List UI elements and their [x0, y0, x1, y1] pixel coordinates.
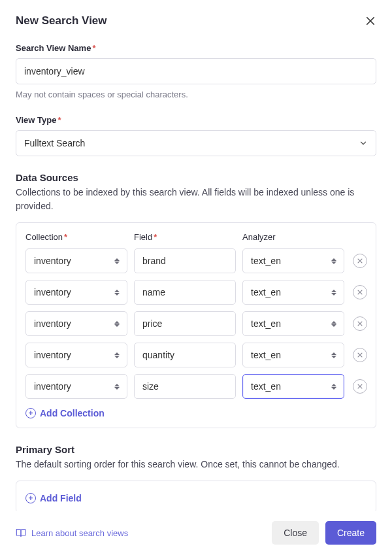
view-type-select[interactable]: Fulltext Search — [16, 130, 376, 156]
collection-value: inventory — [34, 350, 71, 360]
collection-select[interactable]: inventory — [25, 311, 127, 336]
col-header-analyzer: Analyzer — [242, 232, 344, 242]
field-input[interactable] — [134, 280, 236, 305]
sort-icon — [113, 290, 120, 296]
chevron-down-icon — [359, 139, 368, 148]
primary-sort-title: Primary Sort — [16, 444, 376, 455]
sort-icon — [330, 290, 337, 296]
name-input[interactable] — [16, 58, 376, 84]
field-input[interactable] — [134, 311, 236, 336]
analyzer-value: text_en — [251, 287, 281, 297]
col-header-collection: Collection* — [25, 232, 127, 242]
analyzer-select[interactable]: text_en — [242, 374, 344, 399]
required-star: * — [154, 232, 157, 242]
add-field-button[interactable]: + Add Field — [25, 493, 82, 503]
add-field-label: Add Field — [40, 493, 82, 503]
collection-select[interactable]: inventory — [25, 343, 127, 367]
analyzer-value: text_en — [251, 381, 281, 392]
name-label-text: Search View Name — [16, 43, 91, 53]
analyzer-value: text_en — [251, 350, 281, 360]
data-source-row: inventorytext_en — [25, 311, 367, 336]
primary-sort-panel: + Add Field — [16, 481, 376, 513]
collection-select[interactable]: inventory — [25, 248, 127, 273]
add-collection-button[interactable]: + Add Collection — [25, 408, 105, 418]
close-icon — [365, 15, 376, 27]
data-sources-panel: Collection* Field* Analyzer inventorytex… — [16, 222, 376, 428]
field-input[interactable] — [134, 374, 236, 399]
sort-icon — [113, 352, 120, 358]
data-source-row: inventorytext_en — [25, 280, 367, 305]
collection-select[interactable]: inventory — [25, 280, 127, 305]
name-label: Search View Name* — [16, 43, 376, 53]
name-hint: May not contain spaces or special charac… — [16, 90, 376, 99]
data-sources-title: Data Sources — [16, 172, 376, 183]
field-input[interactable] — [134, 248, 236, 273]
view-type-label-text: View Type — [16, 115, 56, 125]
remove-row-button[interactable] — [353, 316, 367, 331]
sort-icon — [330, 384, 337, 390]
add-collection-label: Add Collection — [40, 408, 105, 418]
create-button[interactable]: Create — [325, 521, 376, 545]
view-type-value: Fulltext Search — [24, 138, 85, 148]
sort-icon — [330, 258, 337, 264]
data-source-row: inventorytext_en — [25, 343, 367, 367]
collection-select[interactable]: inventory — [25, 374, 127, 399]
collection-value: inventory — [34, 318, 71, 329]
data-sources-desc: Collections to be indexed by this search… — [16, 186, 376, 213]
sort-icon — [330, 321, 337, 327]
analyzer-value: text_en — [251, 256, 281, 266]
col-header-field: Field* — [134, 232, 236, 242]
plus-circle-icon: + — [25, 408, 36, 418]
data-source-row: inventorytext_en — [25, 248, 367, 273]
analyzer-select[interactable]: text_en — [242, 343, 344, 367]
sort-icon — [330, 352, 337, 358]
analyzer-value: text_en — [251, 318, 281, 329]
data-source-row: inventorytext_en — [25, 374, 367, 399]
learn-link-label: Learn about search views — [31, 528, 128, 538]
learn-link[interactable]: Learn about search views — [16, 528, 128, 538]
analyzer-select[interactable]: text_en — [242, 280, 344, 305]
dialog-footer: Learn about search views Close Create — [0, 511, 392, 559]
collection-value: inventory — [34, 287, 71, 297]
analyzer-select[interactable]: text_en — [242, 311, 344, 336]
remove-row-button[interactable] — [353, 379, 367, 394]
collection-value: inventory — [34, 381, 71, 392]
required-star: * — [92, 43, 95, 53]
dialog-title: New Search View — [16, 14, 107, 27]
remove-row-button[interactable] — [353, 348, 367, 362]
book-icon — [16, 528, 26, 538]
close-button[interactable] — [365, 15, 376, 27]
sort-icon — [113, 258, 120, 264]
view-type-label: View Type* — [16, 115, 376, 125]
required-star: * — [64, 232, 67, 242]
analyzer-select[interactable]: text_en — [242, 248, 344, 273]
required-star: * — [57, 115, 61, 125]
remove-row-button[interactable] — [353, 285, 367, 299]
plus-circle-icon: + — [25, 493, 36, 503]
close-button-footer[interactable]: Close — [272, 521, 319, 545]
primary-sort-desc: The default sorting order for this searc… — [16, 458, 376, 471]
remove-row-button[interactable] — [353, 254, 367, 268]
sort-icon — [113, 321, 120, 327]
collection-value: inventory — [34, 256, 71, 266]
sort-icon — [113, 384, 120, 390]
field-input[interactable] — [134, 343, 236, 367]
